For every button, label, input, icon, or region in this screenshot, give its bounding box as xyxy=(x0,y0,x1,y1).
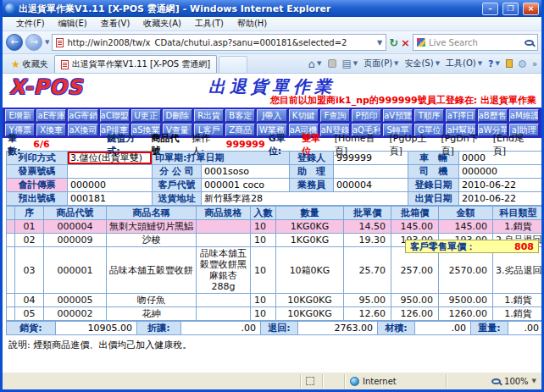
messenger-icon[interactable] xyxy=(506,59,513,68)
cell-amount: 145.00 xyxy=(439,220,493,234)
table-row[interactable]: 03000001品味本舖五穀豐收餅品味本舖五穀豐收餅黑麻銀杏288g1010箱0… xyxy=(7,247,542,294)
addon-icon[interactable] xyxy=(519,60,526,68)
table-row[interactable]: 05000002花紳1010KG0KG12.60126.001260.001.銷… xyxy=(7,307,542,321)
sales-field[interactable]: 000004 xyxy=(334,179,408,192)
cell-seq: 05 xyxy=(15,307,44,321)
home-icon: ⌂ xyxy=(308,58,315,70)
cell-qty: 10KG0KG xyxy=(276,294,344,307)
new-tab-button[interactable] xyxy=(219,56,247,73)
customer-field[interactable]: 000001 coco xyxy=(202,179,290,192)
cell-amount: 1260.00 xyxy=(439,307,493,321)
back-button[interactable]: ← xyxy=(6,34,23,51)
totals-volume-value: .00 xyxy=(415,322,471,335)
forward-button[interactable]: → xyxy=(25,34,42,51)
search-icon[interactable] xyxy=(525,40,534,46)
menu-item[interactable]: 查看(V) xyxy=(94,18,137,30)
history-dropdown-icon[interactable]: ▼ xyxy=(45,39,49,46)
help-button[interactable]: ?▼ xyxy=(488,58,500,69)
refresh-button[interactable]: ↻ xyxy=(389,36,398,49)
menu-item[interactable]: 工具(T) xyxy=(188,18,230,30)
order-no-field[interactable]: 000181 xyxy=(68,192,153,206)
reg-date-field[interactable]: 2010-06-22 xyxy=(459,179,542,192)
page-menu-button[interactable]: 页面(P)▼ xyxy=(364,58,398,69)
ship-date-label: 出貨日期 xyxy=(408,192,459,206)
branch-field[interactable]: 0001soso xyxy=(202,165,290,179)
driver-field[interactable]: 000000 xyxy=(459,165,542,179)
internet-zone-icon xyxy=(350,377,359,386)
operator-value: 999999 xyxy=(226,139,265,150)
invoice-field[interactable] xyxy=(68,165,153,179)
safety-menu-button[interactable]: 安全(S)▼ xyxy=(404,58,440,69)
column-header: 序 xyxy=(15,207,44,220)
voucher-field[interactable]: 000000 xyxy=(68,179,153,192)
toolbar-button[interactable]: J帶入 xyxy=(257,109,286,122)
search-input[interactable]: Live Search xyxy=(429,38,521,47)
toolbar-button[interactable]: D刪除 xyxy=(163,109,192,122)
cell-code: 000002 xyxy=(44,307,107,321)
row-gutter xyxy=(7,307,15,321)
customer-label: 客戶代號 xyxy=(153,179,202,192)
print-mode-select[interactable]: 3.儲位(出貨單雙) xyxy=(68,152,153,165)
page-nav-link[interactable]: [End尾頁] xyxy=(493,132,536,157)
more-commands-icon[interactable]: » xyxy=(532,59,537,69)
toolbar-button[interactable]: E增新 xyxy=(5,109,35,122)
zoom-control[interactable]: 100% ▼ xyxy=(447,374,541,389)
assistant-field[interactable] xyxy=(334,165,408,179)
table-row[interactable]: 01000004無刺大頭鰱切片黑鯧101KG0KG14.50145.00145.… xyxy=(7,220,542,234)
toolbar-button[interactable]: aG寄銷 xyxy=(68,109,97,122)
totals-weight-value: .00 xyxy=(508,322,542,335)
toolbar-button[interactable]: aB歷售 xyxy=(478,109,508,122)
ship-date-field[interactable]: 2010-06-22 xyxy=(459,192,542,206)
menu-item[interactable]: 收藏夹(A) xyxy=(136,18,188,30)
address-url[interactable]: http://win2008/tw/x_CData/chutui.asp?san… xyxy=(67,38,374,47)
toolbar-button[interactable]: U更正 xyxy=(131,109,161,122)
toolbar-button[interactable]: aT擇日 xyxy=(446,109,475,122)
toolbar-button[interactable]: R出貨 xyxy=(194,109,224,122)
tab-active[interactable]: 出退貨單作業V1.11 [X-POS 雲通網] xyxy=(54,55,217,73)
info-bar: 筆數: 6/6 鍵值方式: 商品代號 操作人: 999999 G單位: 雙單位 … xyxy=(3,138,541,151)
toolbar-button[interactable]: aV預覽 xyxy=(383,109,413,122)
favorites-button[interactable]: ★ 收藏夹 xyxy=(5,56,54,73)
toolbar-button[interactable]: T順序 xyxy=(414,109,444,122)
menu-item[interactable]: 帮助(H) xyxy=(230,18,274,30)
menu-item[interactable]: 编辑(E) xyxy=(52,18,94,30)
menu-item[interactable]: 文件(F) xyxy=(9,18,52,30)
stop-button[interactable]: × xyxy=(401,36,410,49)
close-button[interactable]: × xyxy=(523,3,539,15)
minimize-button[interactable]: – xyxy=(482,3,498,15)
toolbar-button[interactable]: aE寄庫 xyxy=(36,109,66,122)
toolbar-button[interactable]: Z商品 xyxy=(225,124,255,136)
print-button[interactable]: ▤▼ xyxy=(342,58,358,69)
totals-discount-label: 折讓: xyxy=(137,322,181,335)
cell-spec xyxy=(197,220,251,234)
status-message-pane xyxy=(3,374,301,389)
toolbar-button[interactable]: aX換司 xyxy=(68,124,97,136)
toolbar-button[interactable]: aM維護 xyxy=(509,109,539,122)
toolbar-button[interactable]: aC聯盟 xyxy=(100,109,130,122)
address-dropdown-icon[interactable]: ▼ xyxy=(377,39,382,47)
cell-spec xyxy=(197,234,251,247)
gutter-header xyxy=(7,207,15,220)
toolbar-button[interactable]: X換車 xyxy=(36,124,66,136)
delivery-address-field[interactable]: 新竹縣李路28 xyxy=(202,192,408,206)
search-box[interactable]: Live Search xyxy=(413,34,538,51)
zoom-dropdown-icon[interactable]: ▼ xyxy=(532,378,536,384)
home-button[interactable]: ⌂▼ xyxy=(308,58,322,70)
toolbar-button[interactable]: F查詢 xyxy=(320,109,350,122)
table-row[interactable]: 04000005吻仔魚1010KG0KG95.00950.009500.001.… xyxy=(7,294,542,307)
menu-bar: 文件(F)编辑(E)查看(V)收藏夹(A)工具(T)帮助(H) xyxy=(3,17,541,31)
invoice-label: 發票號碼 xyxy=(7,165,68,179)
toolbar-button[interactable]: P預印 xyxy=(352,109,381,122)
totals-return-label: 退回: xyxy=(261,322,298,335)
feeds-icon[interactable] xyxy=(328,59,336,68)
toolbar-button[interactable]: K切鍵 xyxy=(289,109,319,122)
cell-pack: 10 xyxy=(251,307,276,321)
tools-menu-button[interactable]: 工具(O)▼ xyxy=(446,58,482,69)
address-field[interactable]: http://win2008/tw/x_CData/chutui.asp?san… xyxy=(52,34,386,51)
voucher-label: 會計傳票 xyxy=(7,179,68,192)
cell-unit_price: 12.60 xyxy=(344,307,391,321)
maximize-button[interactable]: ❐ xyxy=(502,3,519,15)
zoom-level: 100% xyxy=(504,377,529,386)
toolbar-button[interactable]: B客定 xyxy=(225,109,255,122)
command-bar: ⌂▼ ▤▼ 页面(P)▼ 安全(S)▼ 工具(O)▼ ?▼ » xyxy=(308,54,539,73)
